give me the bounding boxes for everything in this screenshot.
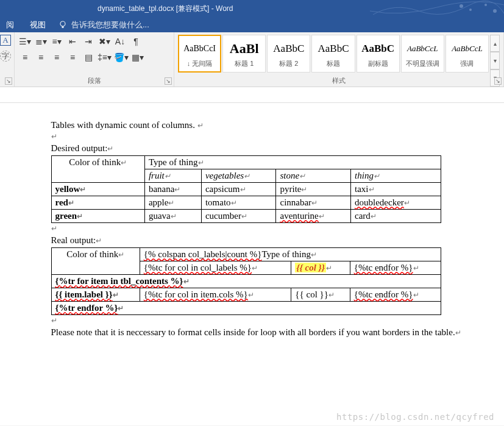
titlebar-decoration bbox=[370, 0, 504, 17]
tab-view[interactable]: 视图 bbox=[26, 18, 49, 32]
style-item-heading1[interactable]: AaBl 标题 1 bbox=[222, 35, 266, 73]
td: cucumber↵ bbox=[201, 210, 276, 223]
paragraph-group-label: 段落 bbox=[15, 76, 174, 85]
sort-icon[interactable]: A↓ bbox=[113, 35, 127, 48]
doc-heading-desired: Desired output:↵ bbox=[51, 143, 468, 154]
doc-blank: ↵ bbox=[51, 316, 468, 325]
td: {%tc for col in col_labels %}↵ bbox=[140, 261, 291, 275]
th-sub: thing↵ bbox=[351, 169, 441, 183]
table-row: green↵ guava↵ cucumber↵ aventurine↵ card… bbox=[51, 210, 441, 223]
doc-note: Please note that it is neccessary to for… bbox=[51, 327, 468, 338]
table-row: {{ item.label }}↵ {%tc for col in item.c… bbox=[51, 288, 441, 302]
th-color: Color of think↵ bbox=[51, 156, 144, 183]
gallery-up-icon[interactable]: ▴ bbox=[490, 35, 500, 52]
style-item-subtle-emph[interactable]: AaBbCcL 不明显强调 bbox=[401, 35, 444, 73]
ribbon: A 字 ↘ ☰︎▾ ≣▾ ≡▾ ⇤ ⇥ ✖▾ A↓ ¶ ≡ ≡ ≡ ≡ ▤ ‡≡… bbox=[0, 32, 504, 87]
svg-rect-5 bbox=[62, 26, 64, 28]
td: {%tc for col in item.cols %}↵ bbox=[140, 288, 291, 302]
gallery-down-icon[interactable]: ▾ bbox=[490, 52, 500, 69]
td: {%tc endfor %}↵ bbox=[350, 288, 441, 302]
td-trend: {%tr endfor %}↵ bbox=[51, 302, 441, 315]
align-right-icon[interactable]: ≡ bbox=[50, 51, 63, 64]
numbering-icon[interactable]: ≣▾ bbox=[34, 35, 48, 48]
tab-review[interactable]: 阅 bbox=[2, 18, 18, 32]
th-type: {% colspan col_labels|count %}Type of th… bbox=[140, 248, 441, 261]
td-label: green↵ bbox=[51, 210, 144, 223]
menubar: 阅 视图 告诉我您想要做什么... bbox=[0, 17, 504, 32]
td-itemlabel: {{ item.label }}↵ bbox=[51, 288, 140, 302]
titlebar: dynamic_table_tpl.docx [兼容模式] - Word bbox=[0, 0, 504, 17]
td: doubledecker↵ bbox=[351, 196, 441, 210]
style-item-subtitle[interactable]: AaBbC 副标题 bbox=[357, 35, 400, 73]
svg-point-0 bbox=[460, 4, 463, 8]
td: {{ col }}↵ bbox=[291, 288, 350, 302]
tell-me[interactable]: 告诉我您想要做什么... bbox=[58, 20, 149, 30]
td: banana↵ bbox=[144, 183, 201, 196]
distribute-icon[interactable]: ▤ bbox=[82, 51, 95, 64]
doc-blank: ↵ bbox=[51, 132, 468, 141]
indent-left-icon[interactable]: ⇤ bbox=[66, 35, 79, 48]
svg-point-2 bbox=[484, 4, 487, 6]
td: cinnabar↵ bbox=[276, 196, 351, 210]
td: pyrite↵ bbox=[276, 183, 351, 196]
align-center-icon[interactable]: ≡ bbox=[34, 51, 48, 64]
td: capsicum↵ bbox=[201, 183, 276, 196]
line-spacing-icon[interactable]: ‡≡▾ bbox=[98, 51, 112, 64]
table-row: red↵ apple↵ tomato↵ cinnabar↵ doubledeck… bbox=[51, 196, 441, 210]
watermark: https://blog.csdn.net/qcyfred bbox=[336, 412, 494, 422]
indent-right-icon[interactable]: ⇥ bbox=[82, 35, 95, 48]
svg-point-4 bbox=[60, 21, 65, 26]
document-area: Tables with dynamic count of columns. ↵ … bbox=[0, 87, 504, 425]
borders-icon[interactable]: ▦▾ bbox=[131, 51, 144, 64]
td: {{ col }}↵ bbox=[291, 261, 350, 275]
group-styles: AaBbCcI ↓ 无间隔 AaBl 标题 1 AaBbC 标题 2 AaBbC… bbox=[174, 32, 504, 87]
enclose-char-icon[interactable]: 字 bbox=[0, 51, 11, 62]
td: {%tc endfor %}↵ bbox=[350, 261, 441, 275]
justify-icon[interactable]: ≡ bbox=[66, 51, 79, 64]
td-trfor: {%tr for item in tbl_contents %}↵ bbox=[51, 275, 441, 288]
window-title: dynamic_table_tpl.docx [兼容模式] - Word bbox=[98, 4, 233, 14]
show-marks-icon[interactable]: ¶ bbox=[129, 35, 143, 48]
font-launcher-icon[interactable]: ↘ bbox=[5, 77, 12, 85]
shading-icon[interactable]: 🪣▾ bbox=[114, 51, 129, 64]
table-row: Color of think↵ {% colspan col_labels|co… bbox=[51, 248, 441, 261]
ruler[interactable] bbox=[0, 93, 504, 103]
align-left-icon[interactable]: ≡ bbox=[18, 51, 32, 64]
page[interactable]: Tables with dynamic count of columns. ↵ … bbox=[21, 107, 484, 355]
td: taxi↵ bbox=[351, 183, 441, 196]
style-item-emphasis[interactable]: AaBbCcL 强调 bbox=[445, 35, 489, 73]
styles-group-label: 样式 bbox=[174, 76, 503, 85]
table-desired: Color of think↵ Type of thing↵ fruit↵ ve… bbox=[51, 155, 441, 223]
multilevel-icon[interactable]: ≡▾ bbox=[50, 35, 63, 48]
asian-layout-icon[interactable]: ✖▾ bbox=[98, 35, 111, 48]
td: tomato↵ bbox=[201, 196, 276, 210]
char-border-icon[interactable]: A bbox=[0, 35, 11, 46]
td-label: red↵ bbox=[51, 196, 144, 210]
style-item-nospacing[interactable]: AaBbCcI ↓ 无间隔 bbox=[178, 35, 221, 73]
td: apple↵ bbox=[144, 196, 201, 210]
th-color: Color of think↵ bbox=[51, 248, 140, 275]
td: card↵ bbox=[351, 210, 441, 223]
doc-blank: ↵ bbox=[51, 224, 468, 233]
lightbulb-icon bbox=[58, 20, 68, 30]
group-paragraph: ☰︎▾ ≣▾ ≡▾ ⇤ ⇥ ✖▾ A↓ ¶ ≡ ≡ ≡ ≡ ▤ ‡≡▾ 🪣▾ ▦… bbox=[15, 32, 174, 87]
doc-heading-real: Real output:↵ bbox=[51, 235, 468, 246]
group-font-fragment: A 字 ↘ bbox=[0, 32, 15, 87]
td: aventurine↵ bbox=[276, 210, 351, 223]
svg-point-3 bbox=[493, 9, 497, 13]
style-item-title[interactable]: AaBbC 标题 bbox=[311, 35, 355, 73]
th-sub: vegetables↵ bbox=[201, 169, 276, 183]
style-item-heading2[interactable]: AaBbC 标题 2 bbox=[267, 35, 310, 73]
table-real: Color of think↵ {% colspan col_labels|co… bbox=[51, 247, 441, 315]
table-row: yellow↵ banana↵ capsicum↵ pyrite↵ taxi↵ bbox=[51, 183, 441, 196]
table-row: Color of think↵ Type of thing↵ bbox=[51, 156, 441, 169]
td: guava↵ bbox=[144, 210, 201, 223]
table-row: {%tr for item in tbl_contents %}↵ bbox=[51, 275, 441, 288]
bullets-icon[interactable]: ☰︎▾ bbox=[18, 35, 32, 48]
paragraph-launcher-icon[interactable]: ↘ bbox=[165, 77, 172, 85]
svg-point-1 bbox=[469, 9, 472, 11]
th-sub: fruit↵ bbox=[144, 169, 201, 183]
doc-line: Tables with dynamic count of columns. ↵ bbox=[51, 120, 468, 130]
th-type: Type of thing↵ bbox=[144, 156, 441, 169]
styles-launcher-icon[interactable]: ↘ bbox=[494, 77, 502, 85]
